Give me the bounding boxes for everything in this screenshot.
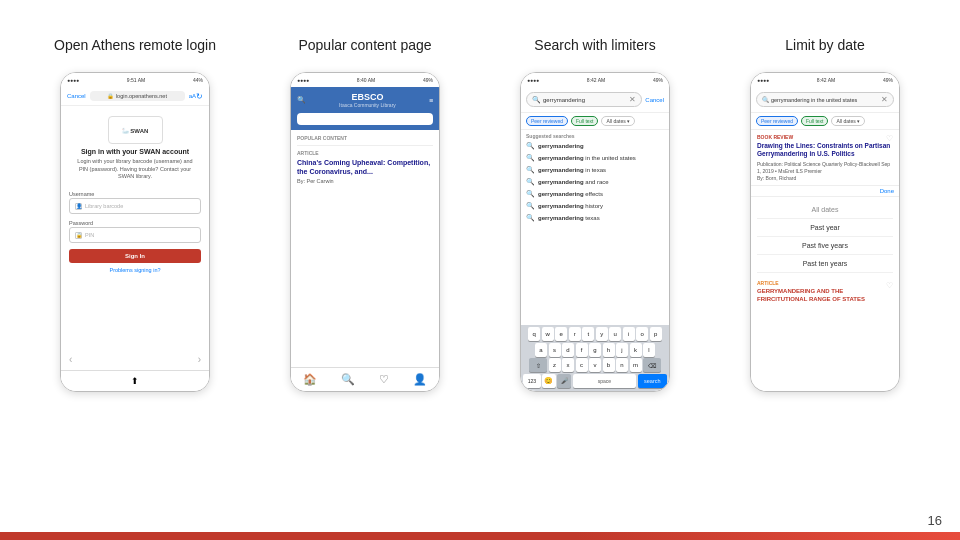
date-article1-tag: BOOK REVIEW [757, 134, 893, 140]
key-u[interactable]: u [609, 327, 621, 341]
keyboard-row-3: ⇧ z x c v b n m ⌫ [523, 358, 667, 372]
key-s[interactable]: s [549, 343, 561, 357]
pop-search-top-icon[interactable]: 🔍 [297, 96, 306, 104]
key-o[interactable]: o [636, 327, 648, 341]
oa-username-input[interactable]: 👤 Library barcode [69, 198, 201, 214]
key-emoji[interactable]: 😊 [542, 374, 556, 388]
column-popular-content: Popular content page ●●●● 8:40 AM 49% 🔍 … [260, 30, 470, 392]
oa-cancel-btn[interactable]: Cancel [67, 93, 86, 99]
key-h[interactable]: h [603, 343, 615, 357]
key-a[interactable]: a [535, 343, 547, 357]
col-title-search: Search with limiters [534, 30, 655, 60]
filter-dates-label: All dates [606, 118, 625, 124]
pop-search-icon[interactable]: 🔍 [341, 373, 355, 386]
search-value-text: gerrymandering [543, 97, 585, 103]
key-search[interactable]: search [638, 374, 667, 388]
key-p[interactable]: p [650, 327, 662, 341]
date-article2-title: GERRYMANDERING AND THE FRIRCITUTIONAL RA… [757, 288, 893, 304]
pop-article-author: By: Per Carwin [297, 178, 433, 184]
key-shift[interactable]: ⇧ [529, 358, 547, 372]
pop-section-label: Popular content [297, 135, 433, 141]
suggestion-7[interactable]: 🔍 gerrymandering texas [521, 212, 669, 224]
key-r[interactable]: r [569, 327, 581, 341]
date-heart-icon-2[interactable]: ♡ [886, 281, 893, 290]
key-g[interactable]: g [589, 343, 601, 357]
key-j[interactable]: j [616, 343, 628, 357]
oa-signin-button[interactable]: Sign In [69, 249, 201, 263]
suggestion-1[interactable]: 🔍 gerrymandering [521, 140, 669, 152]
oa-trouble-link[interactable]: Problems signing in? [61, 267, 209, 273]
date-heart-icon-1[interactable]: ♡ [886, 134, 893, 143]
key-m[interactable]: m [630, 358, 642, 372]
key-l[interactable]: l [643, 343, 655, 357]
date-article-1: BOOK REVIEW Drawing the Lines: Constrain… [751, 130, 899, 186]
key-z[interactable]: z [549, 358, 561, 372]
key-space[interactable]: space [573, 374, 637, 388]
date-option-ten-years[interactable]: Past ten years [757, 255, 893, 273]
key-t[interactable]: t [582, 327, 594, 341]
key-n[interactable]: n [616, 358, 628, 372]
pop-search-bar[interactable] [297, 113, 433, 125]
suggestion-text-3: gerrymandering in texas [538, 167, 606, 173]
date-option-year[interactable]: Past year [757, 219, 893, 237]
date-option-all[interactable]: All dates [757, 201, 893, 219]
filter-peer-reviewed[interactable]: Peer reviewed [526, 116, 568, 126]
key-delete[interactable]: ⌫ [643, 358, 661, 372]
pop-signal: ●●●● [297, 77, 309, 83]
pop-header-subtitle: Itasca Community Library [339, 102, 396, 108]
suggestion-text-2: gerrymandering in the united states [538, 155, 636, 161]
date-filter-dates[interactable]: All dates ▾ [831, 116, 864, 126]
key-c[interactable]: c [576, 358, 588, 372]
date-article1-title: Drawing the Lines: Constraints on Partis… [757, 142, 893, 159]
date-signal: ●●●● [757, 77, 769, 83]
key-d[interactable]: d [562, 343, 574, 357]
phone-popular: ●●●● 8:40 AM 49% 🔍 EBSCO Itasca Communit… [290, 72, 440, 392]
filter-all-dates[interactable]: All dates ▾ [601, 116, 634, 126]
search-cancel-btn[interactable]: Cancel [645, 97, 664, 103]
suggestion-text-4: gerrymandering and race [538, 179, 609, 185]
suggestion-4[interactable]: 🔍 gerrymandering and race [521, 176, 669, 188]
date-search-input[interactable]: 🔍 gerrymandering in the united states ✕ [756, 92, 894, 107]
oa-fwd-arrow[interactable]: › [198, 354, 201, 365]
search-input-box[interactable]: 🔍 gerrymandering ✕ [526, 92, 642, 107]
main-content: Open Athens remote login ●●●● 9:51 AM 44… [0, 0, 960, 540]
date-option-five-years[interactable]: Past five years [757, 237, 893, 255]
key-v[interactable]: v [589, 358, 601, 372]
phone-date: ●●●● 8:42 AM 49% 🔍 gerrymandering in the… [750, 72, 900, 392]
key-y[interactable]: y [596, 327, 608, 341]
key-mic[interactable]: 🎤 [557, 374, 571, 388]
search-bar-area: 🔍 gerrymandering ✕ Cancel [521, 87, 669, 113]
pop-article-title: China's Coming Upheaval: Competition, th… [297, 158, 433, 176]
key-x[interactable]: x [562, 358, 574, 372]
date-filter-peer[interactable]: Peer reviewed [756, 116, 798, 126]
suggestion-3[interactable]: 🔍 gerrymandering in texas [521, 164, 669, 176]
suggestion-6[interactable]: 🔍 gerrymandering history [521, 200, 669, 212]
key-e[interactable]: e [555, 327, 567, 341]
date-done-btn[interactable]: Done [880, 188, 894, 194]
key-q[interactable]: q [528, 327, 540, 341]
key-123[interactable]: 123 [523, 374, 541, 388]
pop-menu-icon[interactable]: ≡ [429, 97, 433, 104]
suggestions-list: 🔍 gerrymandering 🔍 gerrymandering in the… [521, 140, 669, 224]
col-title-popular: Popular content page [298, 30, 431, 60]
pop-user-icon[interactable]: 👤 [413, 373, 427, 386]
key-b[interactable]: b [603, 358, 615, 372]
date-filter-full[interactable]: Full text [801, 116, 829, 126]
pop-home-icon[interactable]: 🏠 [303, 373, 317, 386]
search-clear-icon[interactable]: ✕ [629, 95, 636, 104]
suggestion-2[interactable]: 🔍 gerrymandering in the united states [521, 152, 669, 164]
date-clear-icon[interactable]: ✕ [881, 95, 888, 104]
key-i[interactable]: i [623, 327, 635, 341]
key-k[interactable]: k [630, 343, 642, 357]
search-icon-inline: 🔍 [532, 96, 541, 104]
key-f[interactable]: f [576, 343, 588, 357]
suggestion-5[interactable]: 🔍 gerrymandering effects [521, 188, 669, 200]
key-w[interactable]: w [542, 327, 554, 341]
filter-full-text[interactable]: Full text [571, 116, 599, 126]
oa-password-input[interactable]: 🔒 PIN [69, 227, 201, 243]
oa-share-icon[interactable]: ⬆ [131, 376, 139, 386]
pop-heart-icon[interactable]: ♡ [379, 373, 389, 386]
oa-screen: ●●●● 9:51 AM 44% Cancel 🔒 login.openathe… [61, 73, 209, 391]
oa-back-arrow[interactable]: ‹ [69, 354, 72, 365]
oa-reload[interactable]: ↻ [196, 92, 203, 101]
